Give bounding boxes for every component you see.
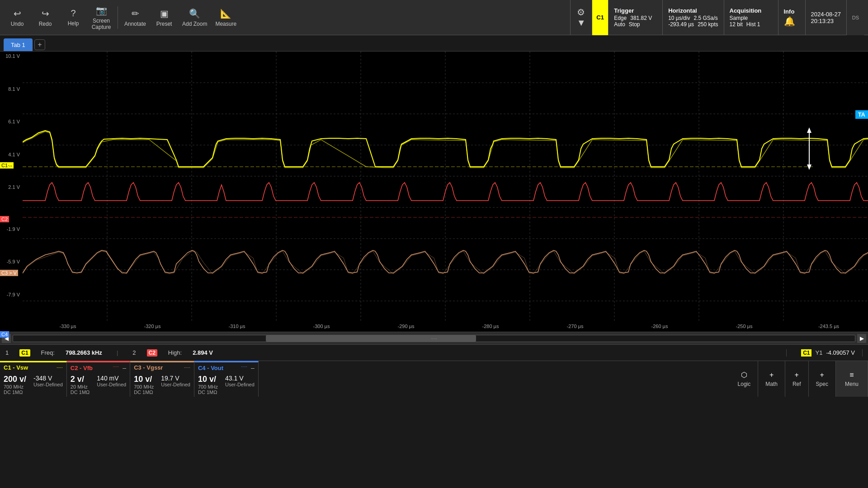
zoom-icon: 🔍: [189, 8, 200, 19]
channel-c2-block[interactable]: C2 - Vfb ····· – 2 v/ 20 MHz DC 1MΩ 140 …: [67, 361, 130, 397]
channel-c4-block[interactable]: C4 - Vout ····· – 10 v/ 700 MHz DC 1MΩ 4…: [194, 361, 259, 397]
c3-left-marker: C3 > V: [0, 270, 18, 276]
preset-icon: ▣: [160, 8, 169, 19]
c3-name: C3 - Vgssr: [134, 364, 163, 371]
preset-button[interactable]: ▣ Preset: [151, 2, 178, 33]
y-label-6: -5.9 V: [1, 259, 22, 264]
spec-button[interactable]: + Spec: [809, 361, 836, 397]
c1-offset: -348 V: [33, 375, 63, 382]
c1-coupling: DC 1MΩ: [4, 389, 26, 395]
c4-left-marker: C4: [0, 332, 9, 337]
measure-button[interactable]: 📐 Measure: [212, 2, 240, 33]
undo-icon: ↩: [14, 8, 21, 19]
c3-voldiv: 10 v/: [134, 375, 154, 384]
meas-1-value: 798.2663 kHz: [66, 349, 102, 356]
c4-coupling: DC 1MΩ: [198, 389, 218, 395]
scrollbar-area: ◀ ····· ▶: [0, 332, 868, 344]
c1-bandwidth: 700 MHz: [4, 384, 26, 389]
annotate-icon: ✏: [132, 8, 139, 19]
screencapture-button[interactable]: 📷 ScreenCapture: [88, 2, 115, 33]
c1-extra: User-Defined: [33, 382, 63, 387]
c3-offset: 19.7 V: [161, 375, 190, 382]
help-button[interactable]: ? Help: [60, 2, 87, 33]
meas-1-num: 1: [5, 349, 9, 356]
scrollbar-track[interactable]: ·····: [13, 335, 855, 342]
add-zoom-button[interactable]: 🔍 Add Zoom: [179, 2, 211, 33]
channel-c1-block[interactable]: C1 - Vsw ····· 200 v/ 700 MHz DC 1MΩ -34…: [0, 361, 67, 397]
y-label-3: 4.1 V: [1, 152, 22, 157]
redo-button[interactable]: ↪ Redo: [32, 2, 59, 33]
c2-dots: ·····: [113, 364, 119, 371]
c2-minus: –: [123, 364, 126, 371]
header-right: ⚙▼ C1 Trigger Edge 381.82 V Auto Stop Ho…: [570, 0, 864, 35]
add-tab-button[interactable]: +: [34, 39, 45, 50]
scroll-right-button[interactable]: ▶: [857, 334, 866, 343]
camera-icon: 📷: [96, 5, 107, 16]
oscilloscope-main: 10.1 V 8.1 V 6.1 V 4.1 V 2.1 V -1.9 V -5…: [0, 52, 868, 332]
meas-2-num: 2: [132, 349, 136, 356]
undo-button[interactable]: ↩ Undo: [4, 2, 31, 33]
x-axis: -330 µs -320 µs -310 µs -300 µs -290 µs …: [0, 321, 868, 332]
c3-coupling: DC 1MΩ: [134, 389, 154, 395]
tabbar: Tab 1 +: [0, 35, 868, 52]
c4-minus: –: [251, 364, 255, 371]
c4-name: C4 - Vout: [198, 365, 223, 371]
meas-1-label: Freq:: [41, 349, 55, 356]
datetime-section: 2024-08-27 20:13:23: [805, 0, 847, 35]
meas-1-ch-badge: C1: [19, 349, 30, 357]
separator: [118, 6, 118, 29]
ta-marker: TA: [855, 110, 868, 119]
c2-name: C2 - Vfb: [71, 365, 93, 371]
info-section: Info 🔔: [778, 0, 805, 35]
y1-display: C1 Y1 -4.09057 V: [794, 349, 863, 357]
logic-icon: ⬡: [741, 371, 747, 379]
c2-extra: User-Defined: [97, 382, 126, 387]
c4-dots: ·····: [241, 364, 247, 371]
c4-offset: 43.1 V: [225, 375, 255, 382]
y-label-4: 2.1 V: [1, 184, 22, 190]
c1-name: C1 - Vsw: [4, 364, 28, 371]
c4-voldiv: 10 v/: [198, 375, 218, 384]
help-icon: ?: [71, 8, 75, 19]
y1-label: Y1: [815, 349, 822, 356]
logic-button[interactable]: ⬡ Logic: [731, 361, 759, 397]
y1-ch-badge: C1: [801, 349, 811, 357]
scope-canvas: [23, 52, 868, 332]
math-button[interactable]: + Math: [758, 361, 785, 397]
c1-dots: ·····: [57, 365, 63, 370]
ref-icon: +: [795, 371, 799, 379]
y1-value: -4.09057 V: [826, 349, 855, 356]
horizontal-section: Horizontal 10 µs/div 2.5 GSa/s -293.49 µ…: [662, 0, 723, 35]
status-bar: 1 C1 Freq: 798.2663 kHz | 2 C2 High: 2.8…: [0, 344, 868, 361]
channel-info: C1 - Vsw ····· 200 v/ 700 MHz DC 1MΩ -34…: [0, 361, 868, 397]
c3-extra: User-Defined: [161, 382, 190, 387]
y-axis: 10.1 V 8.1 V 6.1 V 4.1 V 2.1 V -1.9 V -5…: [0, 52, 23, 332]
scroll-dots: ·····: [431, 336, 437, 341]
y-label-2: 6.1 V: [1, 119, 22, 124]
settings-button[interactable]: ⚙▼: [570, 0, 592, 35]
tab-1[interactable]: Tab 1: [4, 38, 33, 51]
c2-bandwidth: 20 MHz: [71, 384, 90, 389]
ds-badge: DS: [846, 0, 864, 35]
y-label-5: -1.9 V: [1, 226, 22, 232]
c2-voldiv: 2 v/: [71, 375, 90, 384]
meas-2-ch-badge: C2: [147, 349, 157, 357]
bottom-buttons: ⬡ Logic + Math + Ref + Spec ≡ Menu: [731, 361, 868, 397]
menu-button[interactable]: ≡ Menu: [836, 361, 868, 397]
y-label-1: 8.1 V: [1, 86, 22, 92]
math-icon: +: [769, 371, 774, 379]
redo-icon: ↪: [42, 8, 49, 19]
c2-offset: 140 mV: [97, 375, 126, 382]
c4-bandwidth: 700 MHz: [198, 384, 218, 389]
trigger-section: Trigger Edge 381.82 V Auto Stop: [608, 0, 662, 35]
c4-extra: User-Defined: [225, 382, 255, 387]
c1-trigger-badge: C1: [592, 0, 608, 35]
menu-icon: ≡: [849, 371, 854, 379]
meas-2-label: High:: [168, 349, 182, 356]
y-label-7: -7.9 V: [1, 292, 22, 297]
scrollbar-thumb[interactable]: [266, 335, 476, 342]
c2-left-marker: C2: [0, 216, 9, 222]
ref-button[interactable]: + Ref: [785, 361, 809, 397]
channel-c3-block[interactable]: C3 - Vgssr ····· 10 v/ 700 MHz DC 1MΩ 19…: [130, 361, 194, 397]
annotate-button[interactable]: ✏ Annotate: [121, 2, 150, 33]
